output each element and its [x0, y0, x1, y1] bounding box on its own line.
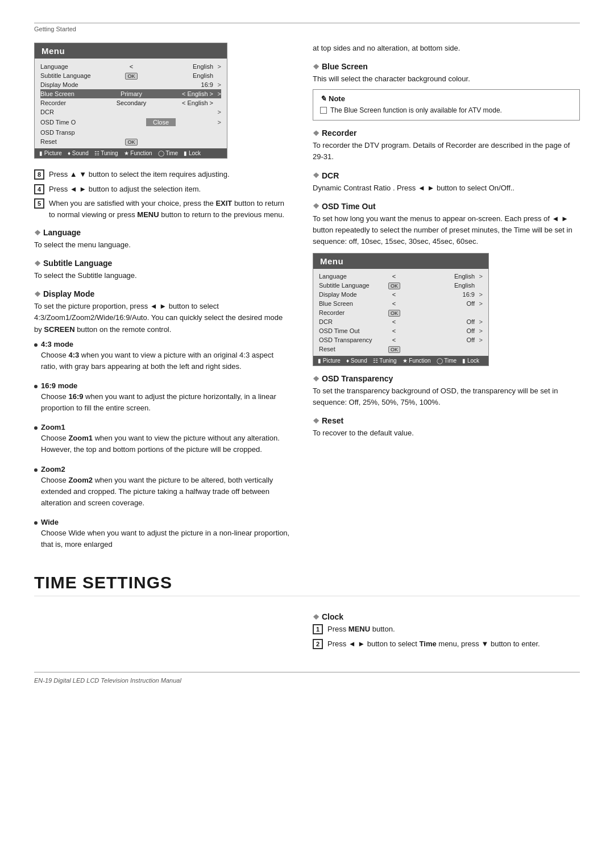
note-item-1: The Blue Screen function is only availab… [320, 105, 572, 115]
step-4: 4 Press ◄ ► button to adjust the selecti… [34, 184, 290, 195]
note-title: ✎ Note [320, 94, 572, 103]
section-title-recorder: ❖ Recorder [313, 128, 580, 138]
menu2-row-recorder: Recorder OK [319, 308, 483, 317]
menu-box-1: Menu Language < English > Subtitle Langu… [34, 43, 227, 159]
section-title-dcr: ❖ DCR [313, 171, 580, 180]
section-title-osd-timeout: ❖ OSD Time Out [313, 202, 580, 211]
footer-text: EN-19 Digital LED LCD Television Instruc… [34, 677, 580, 684]
right-top-text: at top sides and no alteration, at botto… [313, 43, 580, 54]
bottom-rule [34, 672, 580, 672]
menu-box-1-body: Language < English > Subtitle Language O… [35, 59, 227, 148]
bullet-wide: Wide Choose Wide when you want to adjust… [34, 518, 290, 555]
menu-row-osd-transparency: OSD Transp [40, 128, 221, 137]
menu-row-recorder: Recorder Secondary < English > [40, 98, 221, 107]
section-title-clock: ❖ Clock [313, 612, 580, 621]
menu-box-2: Menu Language < English > Subtitle Langu… [313, 253, 489, 366]
section-title-reset: ❖ Reset [313, 416, 580, 425]
section-title-osd-transparency: ❖ OSD Transparency [313, 374, 580, 383]
menu-row-subtitle-language: Subtitle Language OK English [40, 71, 221, 80]
section-body-osd-timeout: To set how long you want the menus to ap… [313, 213, 580, 247]
bullet-zoom2: Zoom2 Choose Zoom2 when you want the pic… [34, 465, 290, 513]
menu-row-reset: Reset OK [40, 137, 221, 146]
menu2-row-reset: Reset OK [319, 344, 483, 354]
section-title-blue-screen: ❖ Blue Screen [313, 62, 580, 71]
note-box-blue-screen: ✎ Note The Blue Screen function is only … [313, 89, 580, 121]
clock-left [34, 604, 290, 655]
section-body-dcr: Dynamic Contrast Ratio . Press ◄ ► butto… [313, 182, 580, 194]
menu-row-osd-timeout: OSD Time O Close > [40, 117, 221, 128]
section-body-subtitle-language: To select the Subtitle language. [34, 270, 290, 281]
bullet-43mode: 4:3 mode Choose 4:3 when you want to vie… [34, 340, 290, 377]
steps-list: 8 Press ▲ ▼ button to select the item re… [34, 169, 290, 220]
top-rule [34, 23, 580, 23]
big-section-title: TIME SETTINGS [34, 573, 580, 596]
main-content: Menu Language < English > Subtitle Langu… [34, 43, 580, 559]
clock-step-2: 2 Press ◄ ► button to select Time menu, … [313, 638, 580, 650]
menu-box-2-title: Menu [313, 254, 488, 269]
menu2-row-dcr: DCR < Off > [319, 317, 483, 326]
section-title-language: ❖ Language [34, 228, 290, 237]
menu-row-dcr: DCR > [40, 107, 221, 117]
clock-section: ❖ Clock 1 Press MENU button. 2 Press ◄ ►… [34, 604, 580, 655]
section-body-display-mode: To set the picture proportion, press ◄ ►… [34, 301, 290, 335]
page: Getting Started Menu Language < English … [0, 0, 614, 868]
clock-steps: 1 Press MENU button. 2 Press ◄ ► button … [313, 624, 580, 649]
menu2-row-display: Display Mode < 16:9 > [319, 290, 483, 299]
menu2-row-language: Language < English > [319, 272, 483, 281]
section-header: Getting Started [34, 26, 580, 32]
menu-box-1-title: Menu [35, 43, 227, 59]
step-8: 8 Press ▲ ▼ button to select the item re… [34, 169, 290, 180]
menu-box-2-footer: ▮ Picture ♦ Sound ☷ Tuning ★ Function ◯ … [313, 356, 488, 366]
menu-box-1-footer: ▮ Picture ♦ Sound ☷ Tuning ★ Function ◯ … [35, 148, 227, 158]
section-body-osd-transparency: To set the transparency background of OS… [313, 385, 580, 408]
menu-row-language: Language < English > [40, 62, 221, 71]
section-title-subtitle-language: ❖ Subtitle Language [34, 259, 290, 268]
section-body-reset: To recover to the default value. [313, 427, 580, 439]
left-column: Menu Language < English > Subtitle Langu… [34, 43, 290, 559]
bullet-169mode: 16:9 mode Choose 16:9 when you want to a… [34, 381, 290, 418]
section-body-blue-screen: This will select the character backgroun… [313, 73, 580, 85]
section-body-recorder: To recorder the DTV program. Details of … [313, 140, 580, 163]
menu2-row-blue-screen: Blue Screen < Off > [319, 299, 483, 308]
menu-row-blue-screen: Blue Screen Primary < English > > [40, 89, 221, 98]
menu2-row-subtitle: Subtitle Language OK English [319, 281, 483, 290]
menu-row-display-mode: Display Mode 16:9 > [40, 80, 221, 89]
clock-right: ❖ Clock 1 Press MENU button. 2 Press ◄ ►… [313, 604, 580, 655]
clock-step-1: 1 Press MENU button. [313, 624, 580, 635]
section-body-language: To select the menu language. [34, 239, 290, 251]
section-title-display-mode: ❖ Display Mode [34, 289, 290, 298]
menu2-row-osd-transparency: OSD Transparency < Off > [319, 335, 483, 344]
bullet-zoom1: Zoom1 Choose Zoom1 when you want to view… [34, 423, 290, 460]
menu-box-2-body: Language < English > Subtitle Language O… [313, 269, 488, 356]
right-column: at top sides and no alteration, at botto… [313, 43, 580, 559]
step-5: 5 When you are satisfied with your choic… [34, 198, 290, 220]
menu2-row-osd-timeout: OSD Time Out < Off > [319, 326, 483, 335]
